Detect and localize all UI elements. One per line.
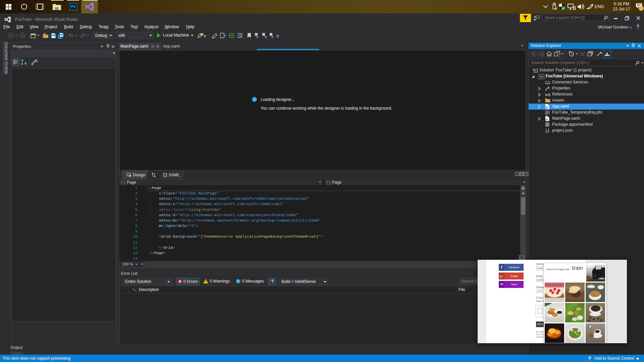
svg-text:A: A xyxy=(21,59,23,62)
svg-text:Z: Z xyxy=(21,62,23,65)
